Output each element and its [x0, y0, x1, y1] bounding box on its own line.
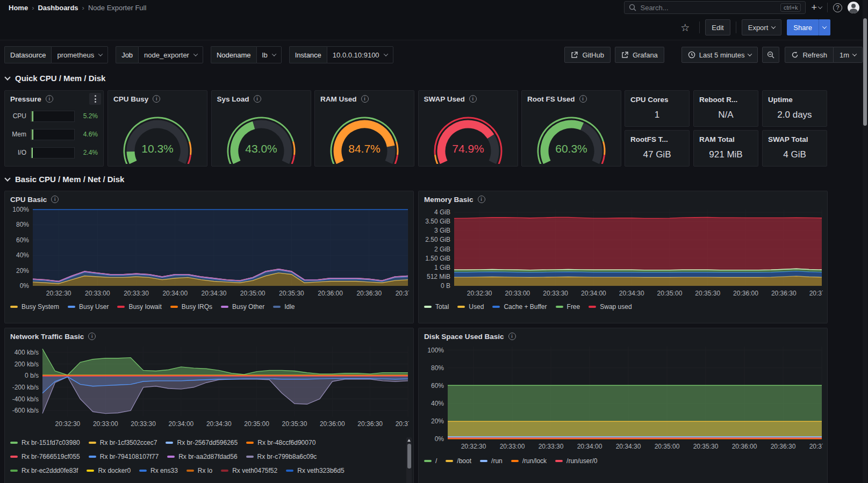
- info-icon[interactable]: i: [508, 333, 516, 340]
- panel-title[interactable]: Sys Load: [217, 95, 249, 103]
- svg-text:20:33:00: 20:33:00: [500, 443, 525, 450]
- share-menu-button[interactable]: [819, 19, 830, 35]
- svg-text:20:35:00: 20:35:00: [657, 290, 683, 297]
- legend-item[interactable]: Cache + Buffer: [492, 303, 547, 311]
- star-icon[interactable]: ☆: [680, 21, 690, 34]
- legend-item[interactable]: Busy Other: [221, 303, 264, 311]
- panel-title[interactable]: Uptime: [768, 96, 793, 104]
- chart-canvas[interactable]: 400 kb/s200 kb/s0 b/s-200 kb/s-400 kb/s-…: [9, 343, 409, 436]
- chart-canvas[interactable]: 100%80%60%40%20%0%20:32:3020:33:0020:33:…: [423, 343, 823, 456]
- legend-item[interactable]: Busy Iowait: [117, 303, 161, 311]
- legend-item[interactable]: Rx br-151fd7c03980: [10, 439, 80, 446]
- refresh-button[interactable]: Refresh: [785, 47, 834, 63]
- legend-item[interactable]: Busy User: [68, 303, 109, 311]
- legend-item[interactable]: Rx br-7666519cf055: [10, 453, 80, 460]
- panel-title[interactable]: RAM Total: [699, 135, 735, 143]
- panel-title[interactable]: CPU Busy: [113, 95, 148, 103]
- github-link-button[interactable]: GitHub: [564, 47, 610, 63]
- legend-item[interactable]: Rx ens33: [139, 467, 178, 474]
- info-icon[interactable]: i: [361, 95, 369, 103]
- legend-item[interactable]: Busy IRQs: [170, 303, 212, 311]
- legend-item[interactable]: Rx br-c799b8a6c09c: [246, 453, 317, 460]
- legend-label: /run: [491, 457, 503, 465]
- scrollbar-thumb[interactable]: [407, 444, 411, 468]
- panel-title[interactable]: RAM Used: [320, 95, 357, 103]
- legend-item[interactable]: Rx br-1cf3502ccec7: [89, 439, 157, 446]
- variable-value-dropdown[interactable]: lb: [256, 46, 282, 63]
- panel-title[interactable]: CPU Cores: [630, 96, 669, 104]
- info-icon[interactable]: i: [254, 95, 261, 103]
- legend-item[interactable]: /run/user/0: [555, 457, 597, 465]
- page-scrollbar[interactable]: [863, 0, 867, 483]
- legend-item[interactable]: Rx veth0475f52: [221, 467, 277, 474]
- info-icon[interactable]: i: [579, 95, 587, 103]
- share-button[interactable]: Share: [787, 19, 819, 35]
- export-button[interactable]: Export: [742, 19, 782, 35]
- breadcrumb-home[interactable]: Home: [9, 4, 28, 12]
- legend-label: Swap used: [600, 303, 632, 311]
- legend-item[interactable]: Rx br-aa2d87fdad56: [167, 453, 237, 460]
- variable-value-dropdown[interactable]: prometheus: [51, 46, 108, 63]
- legend-item[interactable]: Rx veth323b6d5: [286, 467, 344, 474]
- legend-item[interactable]: /: [424, 457, 437, 465]
- svg-text:20:34:30: 20:34:30: [202, 290, 227, 297]
- legend-item[interactable]: /run/lock: [511, 457, 547, 465]
- info-icon[interactable]: i: [46, 95, 53, 103]
- panel-title[interactable]: Network Traffic Basic: [10, 333, 84, 341]
- info-icon[interactable]: i: [51, 196, 59, 203]
- section-quick-cpu-mem-disk[interactable]: Quick CPU / Mem / Disk: [5, 74, 105, 83]
- legend-item[interactable]: Swap used: [589, 303, 632, 311]
- legend-item[interactable]: Used: [457, 303, 484, 311]
- legend-item[interactable]: Rx br-2567dd596265: [166, 439, 238, 446]
- legend-item[interactable]: Total: [424, 303, 449, 311]
- zoom-out-button[interactable]: [762, 47, 779, 63]
- breadcrumb-dashboards[interactable]: Dashboards: [38, 4, 78, 12]
- panel-title[interactable]: CPU Basic: [10, 196, 47, 204]
- info-icon[interactable]: i: [153, 95, 160, 103]
- variable-value-dropdown[interactable]: 10.0.0.10:9100: [327, 46, 393, 63]
- legend-item[interactable]: Rx br-794108107f77: [89, 453, 159, 460]
- help-icon[interactable]: ?: [833, 3, 842, 12]
- svg-text:60%: 60%: [431, 382, 444, 390]
- time-range-picker[interactable]: Last 5 minutes: [682, 47, 758, 63]
- legend-item[interactable]: /boot: [446, 457, 471, 465]
- panel-header: Disk Space Used Basici: [419, 328, 827, 342]
- legend-marker: [286, 470, 293, 472]
- chart-canvas[interactable]: 100%80%60%40%20%0%20:32:3020:33:0020:33:…: [9, 206, 409, 302]
- info-icon[interactable]: i: [469, 95, 477, 103]
- chart-canvas[interactable]: 4 GiB3.50 GiB3 GiB2.50 GiB2 GiB1.50 GiB1…: [423, 206, 823, 302]
- search-input[interactable]: Search... ctrl+k: [624, 1, 806, 14]
- svg-text:20:34:00: 20:34:00: [581, 290, 606, 297]
- svg-text:40%: 40%: [431, 400, 444, 407]
- add-button[interactable]: +: [811, 2, 822, 13]
- info-icon[interactable]: i: [478, 196, 485, 203]
- info-icon[interactable]: i: [88, 333, 96, 340]
- legend-item[interactable]: Rx br-ec2ddd0fe83f: [10, 467, 78, 474]
- panel-title[interactable]: Pressure: [10, 95, 41, 103]
- legend-item[interactable]: Idle: [273, 303, 295, 311]
- panel-title[interactable]: Memory Basic: [424, 196, 474, 204]
- variable-value-dropdown[interactable]: node_exporter: [138, 46, 203, 63]
- panel-title[interactable]: RootFS T...: [630, 135, 668, 143]
- panel-title[interactable]: Disk Space Used Basic: [424, 333, 504, 341]
- avatar[interactable]: [848, 2, 859, 13]
- scroll-up-icon[interactable]: [407, 439, 411, 442]
- edit-button[interactable]: Edit: [705, 19, 730, 35]
- panel-title[interactable]: SWAP Total: [768, 135, 808, 143]
- legend-item[interactable]: Rx docker0: [87, 467, 131, 474]
- scrollbar-thumb[interactable]: [863, 18, 867, 126]
- legend-scrollbar[interactable]: [406, 437, 412, 483]
- panel-title[interactable]: Reboot R...: [699, 96, 737, 104]
- legend-item[interactable]: Rx lo: [186, 467, 212, 474]
- legend-item[interactable]: /run: [480, 457, 503, 465]
- refresh-interval-button[interactable]: 1m: [834, 47, 863, 63]
- legend-item[interactable]: Rx br-48ccf6d90070: [246, 439, 315, 446]
- legend-item[interactable]: Busy System: [10, 303, 59, 311]
- kebab-menu-icon[interactable]: [89, 93, 101, 105]
- section-basic-cpu-mem-net-disk[interactable]: Basic CPU / Mem / Net / Disk: [5, 175, 124, 184]
- legend-marker: [10, 456, 18, 458]
- grafana-link-button[interactable]: Grafana: [615, 47, 664, 63]
- legend-item[interactable]: Free: [556, 303, 580, 311]
- panel-title[interactable]: SWAP Used: [424, 95, 465, 103]
- panel-title[interactable]: Root FS Used: [527, 95, 575, 103]
